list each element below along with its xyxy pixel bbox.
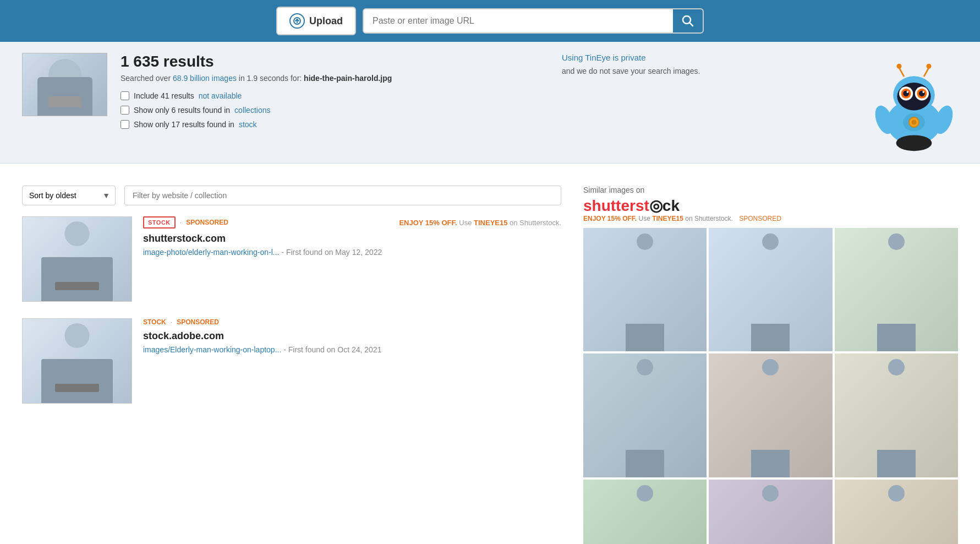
found-date: - First found on May 12, 2022 [281, 248, 382, 257]
results-count: 1 635 results [121, 53, 392, 70]
divider [0, 163, 980, 164]
sort-wrapper: Sort by oldest Sort by newest Sort by be… [22, 186, 116, 205]
table-row: STOCK · SPONSORED stock.adobe.com images… [22, 318, 561, 404]
private-title: Using TinEye is private [562, 53, 700, 62]
left-panel: Sort by oldest Sort by newest Sort by be… [22, 186, 561, 544]
result-thumb-inner [23, 319, 132, 403]
checkbox2-text: Show only 6 results found in [134, 106, 230, 115]
search-button[interactable] [673, 9, 703, 32]
svg-line-17 [924, 68, 929, 77]
found-date: - First found on Oct 24, 2021 [283, 345, 381, 354]
billion-link[interactable]: 68.9 billion images [173, 74, 237, 83]
result-info: STOCK · SPONSORED ENJOY 15% OFF. Use TIN… [143, 216, 561, 257]
ss-promo: ENJOY 15% OFF. Use TINEYE15 on Shutterst… [583, 215, 958, 222]
checkbox-row-2: Show only 6 results found in collections [121, 106, 392, 115]
svg-point-14 [922, 91, 924, 93]
collections-link[interactable]: collections [234, 106, 270, 115]
ss-thumbnail[interactable] [709, 353, 832, 477]
result-thumbnail [22, 318, 132, 404]
results-left: 1 635 results Searched over 68.9 billion… [22, 53, 392, 134]
ss-promo-enjoy: ENJOY 15% OFF. [583, 215, 637, 222]
private-sub: and we do not save your search images. [562, 66, 700, 77]
searched-over-text: Searched over [121, 74, 173, 83]
ss-thumbnail[interactable] [835, 228, 958, 351]
shutterstock-grid [583, 228, 958, 544]
include-unavailable-checkbox[interactable] [121, 91, 129, 100]
right-panel: Similar images on shutterst◎ck ENJOY 15%… [561, 186, 958, 544]
svg-point-21 [896, 135, 932, 151]
promo-code: TINEYE15 [474, 219, 507, 227]
promo-enjoy: ENJOY 15% OFF. [399, 219, 457, 227]
ss-logo-text2: st [636, 197, 649, 215]
controls-row: Sort by oldest Sort by newest Sort by be… [22, 186, 561, 205]
sort-select[interactable]: Sort by oldest Sort by newest Sort by be… [22, 186, 116, 205]
show-collections-checkbox[interactable] [121, 106, 129, 115]
result-link-row: image-photo/elderly-man-working-on-l... … [143, 248, 561, 257]
tag-row: STOCK · SPONSORED ENJOY 15% OFF. Use TIN… [143, 216, 561, 229]
main-content: Sort by oldest Sort by newest Sort by be… [0, 175, 980, 544]
results-right: Using TinEye is private and we do not sa… [562, 53, 700, 77]
results-area: 1 635 results Searched over 68.9 billion… [0, 42, 980, 163]
sidebar-similar-title: Similar images on [583, 186, 958, 194]
shutterstock-logo: shutterst◎ck [583, 197, 958, 215]
ss-logo-text: shutter [583, 197, 636, 215]
svg-point-24 [911, 120, 916, 125]
ss-thumbnail[interactable] [583, 228, 707, 351]
result-info: STOCK · SPONSORED stock.adobe.com images… [143, 318, 561, 354]
not-available-link[interactable]: not available [199, 91, 242, 100]
stock-link[interactable]: stock [239, 120, 257, 129]
results-info: 1 635 results Searched over 68.9 billion… [121, 53, 392, 134]
checkbox1-text: Include 41 results [134, 91, 194, 100]
result-thumb-inner [23, 217, 132, 301]
time-text: in 1.9 seconds for: [237, 74, 304, 83]
filename: hide-the-pain-harold.jpg [304, 74, 392, 83]
tag-separator: · [180, 219, 182, 226]
table-row: STOCK · SPONSORED ENJOY 15% OFF. Use TIN… [22, 216, 561, 302]
header: Upload [0, 0, 980, 42]
ss-thumbnail[interactable] [583, 353, 707, 477]
results-sub: Searched over 68.9 billion images in 1.9… [121, 74, 392, 83]
ss-thumbnail[interactable] [835, 480, 958, 544]
upload-label: Upload [309, 15, 343, 27]
ss-thumbnail[interactable] [835, 353, 958, 477]
robot-mascot [870, 53, 958, 152]
result-link-row: images/Elderly-man-working-on-laptop... … [143, 345, 561, 354]
sponsored-tag: SPONSORED [186, 219, 228, 226]
svg-point-16 [896, 64, 901, 69]
url-input[interactable] [364, 10, 673, 31]
promo-text: ENJOY 15% OFF. Use TINEYE15 on Shutterst… [399, 219, 561, 227]
checkbox3-text: Show only 17 results found in [134, 120, 234, 129]
ss-logo-text4: ck [663, 197, 680, 215]
ss-thumbnail[interactable] [583, 480, 707, 544]
ss-logo-text3: ◎ [649, 197, 663, 215]
ss-promo-code: TINEYE15 [652, 215, 683, 222]
checkbox-row-3: Show only 17 results found in stock [121, 120, 392, 129]
site-name: stock.adobe.com [143, 330, 561, 342]
site-name: shutterstock.com [143, 233, 561, 244]
checkbox-row-1: Include 41 results not available [121, 91, 392, 100]
tag-row: STOCK · SPONSORED [143, 318, 561, 326]
svg-line-15 [899, 68, 904, 77]
svg-line-3 [690, 23, 693, 26]
query-image-inner [23, 53, 107, 116]
stock-tag-bordered: STOCK [143, 216, 176, 229]
ss-thumbnail[interactable] [709, 480, 832, 544]
query-image [22, 53, 107, 116]
tag-separator: · [171, 318, 172, 326]
stock-tag: STOCK [143, 318, 166, 326]
upload-icon [289, 13, 305, 29]
result-link[interactable]: images/Elderly-man-working-on-laptop... [143, 345, 281, 354]
sponsored-tag: SPONSORED [177, 318, 219, 326]
result-thumbnail [22, 216, 132, 302]
upload-button[interactable]: Upload [276, 7, 356, 35]
svg-point-10 [906, 91, 908, 93]
result-link[interactable]: image-photo/elderly-man-working-on-l... [143, 248, 279, 257]
ss-thumbnail[interactable] [709, 228, 832, 351]
url-search-box [363, 8, 704, 34]
show-stock-checkbox[interactable] [121, 120, 129, 129]
ss-sponsored: SPONSORED [739, 215, 781, 222]
filter-input[interactable] [124, 186, 561, 205]
svg-point-18 [926, 64, 931, 69]
